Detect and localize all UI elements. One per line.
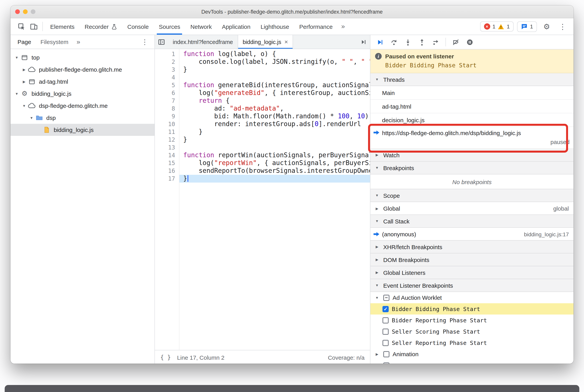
- triangle-right-icon[interactable]: ▶: [21, 68, 27, 72]
- line-number[interactable]: 1: [155, 50, 175, 58]
- zoom-window-button[interactable]: [31, 9, 35, 14]
- triangle-down-icon[interactable]: ▼: [13, 56, 20, 59]
- line-number[interactable]: 5: [155, 81, 175, 89]
- code-editor[interactable]: 1234567891011121314151617 function log(l…: [155, 49, 370, 350]
- kebab-menu-icon[interactable]: ⋮: [556, 20, 569, 33]
- line-number[interactable]: 15: [155, 159, 175, 167]
- code-line[interactable]: log("reportWin", { auctionSignals, perBu…: [179, 159, 370, 167]
- editor-tab-index-html-fencedframe[interactable]: index.html?fencedframe: [168, 35, 238, 49]
- close-window-button[interactable]: [15, 9, 20, 14]
- deactivate-breakpoints-button[interactable]: [449, 36, 462, 48]
- line-number[interactable]: 2: [155, 58, 175, 66]
- tree-item-bidding-logic-js[interactable]: ▼⚙bidding_logic.js: [10, 88, 154, 100]
- event-breakpoint-ad-auction-worklet[interactable]: ▼−Ad Auction Worklet: [370, 292, 574, 303]
- scope-row[interactable]: ▶Globalglobal: [370, 202, 574, 215]
- inspect-element-icon[interactable]: [15, 20, 28, 33]
- event-breakpoint-bidder-reporting-phase-start[interactable]: Bidder Reporting Phase Start: [370, 314, 574, 326]
- code-line[interactable]: function reportWin(auctionSignals, perBu…: [179, 152, 370, 159]
- checkbox-unchecked[interactable]: [382, 340, 389, 346]
- code-line[interactable]: bid: Math.floor(Math.random() * 100, 10)…: [179, 112, 370, 120]
- checkbox-unchecked[interactable]: [383, 351, 390, 357]
- triangle-down-icon[interactable]: ▼: [21, 104, 27, 108]
- code-line[interactable]: }: [179, 175, 370, 182]
- triangle-right-icon[interactable]: ▶: [21, 80, 27, 84]
- thread-row[interactable]: ad-tag.html: [370, 100, 574, 113]
- jump-to-source-icon[interactable]: [357, 35, 370, 49]
- device-toolbar-icon[interactable]: [28, 20, 40, 33]
- triangle-right-icon[interactable]: ▶: [374, 352, 380, 356]
- line-number[interactable]: 11: [155, 128, 175, 136]
- navigator-toggle-icon[interactable]: [155, 35, 168, 49]
- global-listeners-section-header[interactable]: ▶ Global Listeners: [370, 266, 574, 279]
- errors-warnings-badge[interactable]: × 1 1: [480, 22, 514, 32]
- tab-application[interactable]: Application: [217, 18, 256, 35]
- settings-gear-icon[interactable]: ⚙: [541, 20, 553, 33]
- editor-tab-bidding-logic-js[interactable]: bidding_logic.js×: [238, 35, 293, 49]
- tree-item-dsp[interactable]: ▼dsp: [10, 112, 154, 124]
- triangle-down-icon[interactable]: ▼: [28, 116, 35, 120]
- event-breakpoint-seller-scoring-phase-start[interactable]: Seller Scoring Phase Start: [370, 326, 574, 337]
- triangle-down-icon[interactable]: ▼: [374, 296, 380, 300]
- navigator-tab-page[interactable]: Page: [13, 35, 36, 49]
- event-breakpoint-seller-reporting-phase-start[interactable]: Seller Reporting Phase Start: [370, 337, 574, 348]
- line-number[interactable]: 13: [155, 144, 175, 152]
- thread-row[interactable]: decision_logic.js: [370, 113, 574, 127]
- code-line[interactable]: function generateBid(interestGroup, auct…: [179, 81, 370, 89]
- window-titlebar[interactable]: DevTools - publisher-fledge-demo.glitch.…: [10, 6, 574, 18]
- checkbox-unchecked[interactable]: [382, 328, 389, 334]
- pretty-print-icon[interactable]: { }: [160, 354, 171, 361]
- tab-network[interactable]: Network: [185, 18, 217, 35]
- line-number[interactable]: 6: [155, 89, 175, 97]
- line-number[interactable]: 8: [155, 105, 175, 112]
- dom-breakpoints-section-header[interactable]: ▶ DOM Breakpoints: [370, 253, 574, 266]
- more-panels-icon[interactable]: »: [338, 22, 348, 30]
- code-line[interactable]: }: [179, 136, 370, 144]
- checkbox-unchecked[interactable]: [383, 362, 390, 364]
- code-line[interactable]: [179, 144, 370, 152]
- tab-lighthouse[interactable]: Lighthouse: [255, 18, 294, 35]
- code-line[interactable]: }: [179, 128, 370, 136]
- resume-button[interactable]: [374, 36, 386, 48]
- breakpoints-section-header[interactable]: ▼ Breakpoints: [370, 161, 574, 174]
- more-navigator-tabs-icon[interactable]: »: [73, 38, 84, 46]
- thread-row-current[interactable]: https://dsp-fledge-demo.glitch.me/dsp/bi…: [370, 127, 574, 149]
- step-button[interactable]: [430, 36, 442, 48]
- watch-section-header[interactable]: ▶ Watch: [370, 148, 574, 162]
- event-breakpoint-bidder-bidding-phase-start[interactable]: ✓Bidder Bidding Phase Start: [370, 303, 574, 314]
- tree-item-publisher-fledge-demo-glitch-me[interactable]: ▶publisher-fledge-demo.glitch.me: [10, 64, 154, 76]
- thread-row[interactable]: Main: [370, 86, 574, 100]
- call-stack-frame[interactable]: (anonymous)bidding_logic.js:17: [370, 228, 574, 240]
- line-number[interactable]: 12: [155, 136, 175, 144]
- code-line[interactable]: ad: "ad-metadata",: [179, 105, 370, 112]
- call-stack-section-header[interactable]: ▼ Call Stack: [370, 214, 574, 228]
- line-number[interactable]: 4: [155, 74, 175, 81]
- pause-on-exceptions-button[interactable]: [463, 36, 476, 48]
- event-breakpoint-animation[interactable]: ▶Animation: [370, 348, 574, 360]
- line-number[interactable]: 17: [155, 175, 175, 182]
- event-breakpoint-canvas[interactable]: ▶Canvas: [370, 360, 574, 364]
- tab-elements[interactable]: Elements: [45, 18, 79, 35]
- code-line[interactable]: function log(label, o) {: [179, 50, 370, 58]
- code-line[interactable]: return {: [179, 97, 370, 105]
- step-into-button[interactable]: [402, 36, 414, 48]
- line-number[interactable]: 14: [155, 152, 175, 159]
- code-line[interactable]: sendReportTo(browserSignals.interestGrou…: [179, 167, 370, 175]
- step-out-button[interactable]: [416, 36, 428, 48]
- tree-item-ad-tag-html[interactable]: ▶ad-tag.html: [10, 76, 154, 88]
- checkbox-checked[interactable]: ✓: [382, 306, 389, 312]
- line-number[interactable]: 10: [155, 120, 175, 128]
- line-number[interactable]: 7: [155, 97, 175, 105]
- tree-item-top[interactable]: ▼top: [10, 52, 154, 64]
- xhr-breakpoints-section-header[interactable]: ▶ XHR/fetch Breakpoints: [370, 240, 574, 254]
- tree-item-bidding-logic-js[interactable]: bidding_logic.js: [10, 124, 154, 136]
- code-line[interactable]: [179, 74, 370, 81]
- navigator-kebab-menu-icon[interactable]: ⋮: [137, 38, 152, 46]
- triangle-down-icon[interactable]: ▼: [13, 92, 20, 96]
- code-line[interactable]: }: [179, 66, 370, 74]
- step-over-button[interactable]: [388, 36, 400, 48]
- tab-console[interactable]: Console: [122, 18, 154, 35]
- line-number[interactable]: 3: [155, 66, 175, 74]
- event-listener-breakpoints-section-header[interactable]: ▼ Event Listener Breakpoints: [370, 279, 574, 292]
- close-tab-icon[interactable]: ×: [284, 39, 288, 45]
- line-number[interactable]: 9: [155, 112, 175, 120]
